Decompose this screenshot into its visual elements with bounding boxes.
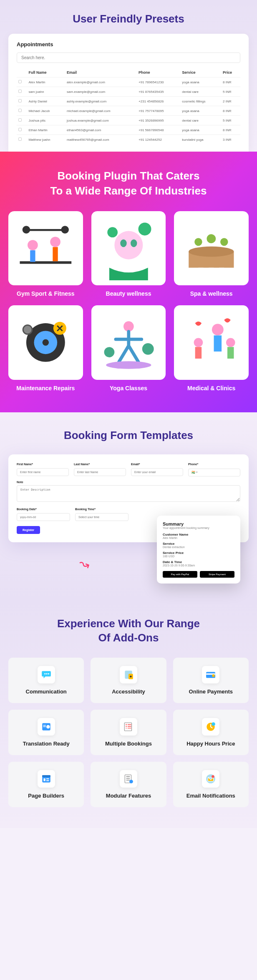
section-title: Experience With Our Range Of Add-Ons [8, 617, 249, 645]
price-value: 180 USD [163, 555, 234, 558]
svg-point-66 [212, 775, 214, 778]
price-label: Service Price [163, 551, 234, 555]
gym-icon [8, 211, 83, 286]
cell-email: sam.example@gmail.com [65, 87, 137, 97]
first-name-input[interactable] [17, 468, 69, 476]
templates-section: Booking Form Templates First Name* Last … [0, 412, 257, 600]
cell-name: sam joahn [27, 87, 65, 97]
col-email: Email [65, 68, 137, 77]
summary-card: Summary Your appointment booking summary… [157, 516, 240, 584]
cell-service: dental care [180, 116, 221, 125]
cell-service: kundalini yoga [180, 135, 221, 145]
cell-price: 5 INR [221, 116, 240, 125]
note-input[interactable] [17, 485, 240, 502]
svg-point-45 [212, 674, 215, 677]
table-row: sam joahn sam.example@gmail.com +91 8765… [17, 87, 240, 97]
section-title: Booking Plugin That Caters To a Wide Ran… [8, 168, 249, 199]
last-name-input[interactable] [74, 468, 126, 476]
svg-rect-5 [26, 229, 65, 231]
svg-point-29 [142, 343, 154, 355]
addon-item: Modular Features [91, 762, 166, 807]
svg-point-6 [23, 226, 30, 234]
svg-rect-57 [43, 778, 45, 781]
svg-point-15 [194, 238, 202, 246]
search-input[interactable] [17, 52, 240, 63]
svg-point-52 [126, 726, 126, 727]
yoga-icon [91, 305, 166, 380]
addon-item: Multiple Bookings [91, 710, 166, 755]
svg-point-25 [23, 325, 32, 334]
access-icon [120, 666, 137, 683]
checkbox[interactable] [18, 99, 22, 102]
cell-email: michael.example@gmail.com [65, 106, 137, 116]
svg-point-38 [48, 673, 49, 674]
svg-point-32 [194, 338, 203, 347]
cell-price: 8 INR [221, 106, 240, 116]
checkbox[interactable] [18, 137, 22, 141]
beauty-icon [91, 211, 166, 286]
svg-rect-31 [214, 336, 222, 352]
addon-item: Email Notifications [173, 762, 249, 807]
cell-service: yoga asana [180, 77, 221, 87]
checkbox[interactable] [18, 128, 22, 131]
cell-phone: +231 454856826 [137, 97, 180, 106]
time-label: Booking Time* [75, 508, 128, 511]
cell-email: matthew456765@gmail.com [65, 135, 137, 145]
cell-price: 8 INR [221, 125, 240, 135]
checkbox[interactable] [18, 109, 22, 112]
cell-phone: +91 124544252 [137, 135, 180, 145]
email-input[interactable] [131, 468, 183, 476]
first-name-label: First Name* [17, 463, 69, 466]
industry-label: Yoga Classes [91, 385, 166, 392]
cell-price: 5 INR [221, 87, 240, 97]
svg-point-7 [61, 226, 69, 234]
checkbox[interactable] [18, 118, 22, 122]
svg-rect-33 [195, 347, 202, 359]
addon-label: Modular Features [95, 793, 162, 799]
cell-service: cosmetic fillings [180, 97, 221, 106]
table-row: Ashly Daniel ashly.example@gmail.com +23… [17, 97, 240, 106]
svg-point-11 [107, 227, 118, 237]
time-input[interactable] [75, 513, 128, 521]
cell-service: yoga asana [180, 106, 221, 116]
svg-point-36 [44, 673, 45, 674]
cell-phone: +91 5667896548 [137, 125, 180, 135]
appointments-table: Full Name Email Phone Service Price Alex… [17, 68, 240, 144]
svg-point-30 [212, 324, 224, 336]
checkbox[interactable] [18, 80, 22, 83]
addon-label: Multiple Bookings [95, 741, 162, 747]
industries-section: Booking Plugin That Caters To a Wide Ran… [0, 152, 257, 412]
spa-icon [174, 211, 249, 286]
stripe-button[interactable]: Stripe Payment [200, 571, 234, 578]
phone-input[interactable] [188, 469, 240, 476]
cell-name: Ashly Daniel [27, 97, 65, 106]
addon-item: Online Payments [173, 658, 249, 703]
builder-icon [38, 770, 55, 788]
date-input[interactable] [17, 513, 70, 521]
addon-item: Communication [8, 658, 84, 703]
svg-rect-50 [124, 723, 131, 731]
table-row: Alex Martin alex.example@gmail.com +91 7… [17, 77, 240, 87]
paypal-button[interactable]: Pay with PayPal [163, 571, 197, 578]
cell-name: Alex Martin [27, 77, 65, 87]
svg-rect-0 [20, 261, 71, 264]
chat-icon [38, 666, 55, 683]
email-label: Email* [131, 463, 183, 466]
svg-point-16 [207, 234, 216, 243]
col-service: Service [180, 68, 221, 77]
date-label: Booking Date* [17, 508, 70, 511]
svg-rect-59 [46, 780, 49, 781]
svg-rect-47 [43, 725, 46, 726]
industry-item: Medical & Clinics [174, 305, 249, 392]
industry-label: Spa & wellness [174, 290, 249, 297]
svg-rect-4 [53, 247, 58, 261]
addon-label: Page Builders [13, 793, 80, 799]
addon-item: Accessibility [91, 658, 166, 703]
checkbox[interactable] [18, 90, 22, 93]
register-button[interactable]: Register [17, 526, 40, 534]
addons-section: Experience With Our Range Of Add-Ons Com… [0, 600, 257, 828]
svg-rect-2 [30, 250, 35, 262]
svg-rect-35 [227, 347, 234, 359]
industry-label: Gym Sport & Fitness [8, 290, 83, 297]
industry-label: Maintenance Repairs [8, 385, 83, 392]
